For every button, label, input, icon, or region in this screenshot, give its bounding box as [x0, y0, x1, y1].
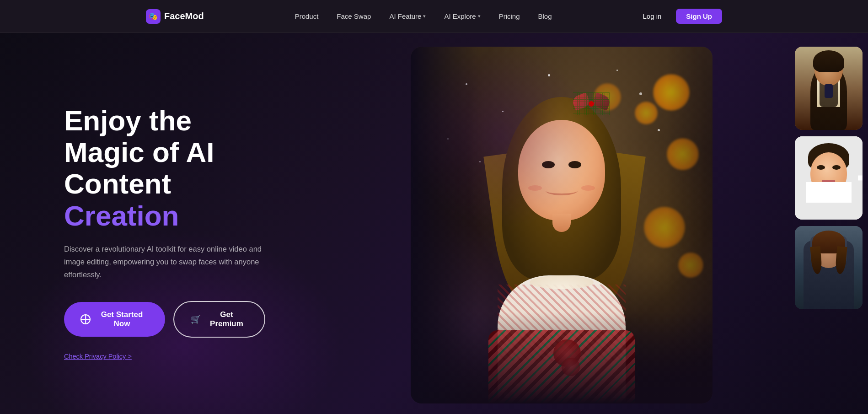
nav-item-pricing[interactable]: Pricing — [491, 9, 528, 24]
nav-item-face-swap[interactable]: Face Swap — [328, 9, 379, 24]
get-premium-button[interactable]: 🛒 Get Premium — [173, 301, 265, 338]
logo-text: FaceMod — [164, 11, 204, 22]
nav-item-ai-explore[interactable]: AI Explore ▾ — [436, 9, 488, 24]
globe-icon — [80, 314, 91, 324]
main-hero-image — [411, 47, 713, 403]
nav-item-ai-feature[interactable]: AI Feature ▾ — [381, 9, 434, 24]
logo-icon: 🎭 — [146, 9, 161, 24]
hero-section: Enjoy the Magic of AI Content Creation D… — [0, 0, 868, 414]
hero-image-area — [411, 33, 868, 414]
hero-description: Discover a revolutionary AI toolkit for … — [64, 242, 265, 281]
nav-actions: Log in Sign Up — [633, 9, 722, 24]
nav-item-blog[interactable]: Blog — [530, 9, 560, 24]
nav-item-product[interactable]: Product — [287, 9, 327, 24]
hero-buttons: Get Started Now 🛒 Get Premium — [64, 301, 265, 338]
thumbnail-card-1 — [795, 47, 863, 130]
thumbnail-card-3 — [795, 226, 863, 309]
login-button[interactable]: Log in — [633, 9, 670, 24]
signup-button[interactable]: Sign Up — [676, 9, 722, 24]
main-image-background — [411, 47, 713, 403]
thumbnail-cards — [795, 47, 868, 309]
logo[interactable]: 🎭 FaceMod — [146, 9, 204, 24]
cart-icon: 🛒 — [191, 314, 201, 324]
privacy-policy-link[interactable]: Check Privacy Policy > — [64, 353, 132, 360]
hero-content: Enjoy the Magic of AI Content Creation D… — [0, 86, 265, 361]
navbar: 🎭 FaceMod Product Face Swap AI Feature ▾… — [0, 0, 868, 33]
get-started-button[interactable]: Get Started Now — [64, 302, 165, 337]
chevron-down-icon: ▾ — [478, 13, 481, 19]
chevron-down-icon: ▾ — [423, 13, 426, 19]
thumbnail-card-2 — [795, 136, 863, 220]
hero-title: Enjoy the Magic of AI Content Creation — [64, 105, 265, 232]
nav-links: Product Face Swap AI Feature ▾ AI Explor… — [218, 9, 629, 24]
